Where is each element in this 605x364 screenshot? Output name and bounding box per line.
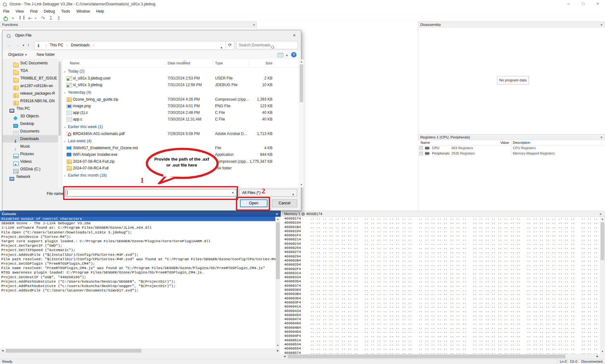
- step-out-icon[interactable]: ↥: [57, 15, 61, 22]
- file-group-header[interactable]: ⌄ Yesterday (4): [63, 89, 299, 96]
- scrollbar-thumb[interactable]: [58, 63, 61, 136]
- file-row[interactable]: sl_si91x 3.jdebug.user 7/31/2024 2:53 PM…: [63, 75, 299, 82]
- organize-button[interactable]: Organize ▼: [8, 52, 27, 57]
- chevron-down-icon[interactable]: ▼: [22, 44, 25, 47]
- chevron-down-icon[interactable]: ▼: [285, 54, 288, 57]
- expand-icon[interactable]: +: [419, 146, 423, 150]
- menu-window[interactable]: Window: [73, 8, 93, 15]
- registers-col-description[interactable]: Description: [513, 141, 530, 144]
- menu-debug[interactable]: Debug: [40, 8, 58, 15]
- scroll-up-icon[interactable]: ▲: [275, 217, 280, 222]
- file-group-header[interactable]: ⌄ Last week (4): [63, 137, 299, 145]
- close-icon[interactable]: ×: [599, 22, 604, 28]
- sidebar-item-this-pc[interactable]: This PC: [3, 105, 58, 112]
- search-input[interactable]: Search Downloads: [236, 41, 298, 49]
- close-icon[interactable]: ×: [599, 135, 604, 140]
- scroll-down-icon[interactable]: ▼: [275, 343, 280, 348]
- scrollbar-thumb[interactable]: [6, 349, 141, 353]
- close-icon[interactable]: ×: [598, 211, 603, 217]
- reset-icon[interactable]: ⇤: [28, 15, 32, 22]
- forward-icon[interactable]: →: [15, 42, 20, 48]
- column-size[interactable]: Size: [251, 61, 273, 65]
- file-row[interactable]: Ozone_bring_up_guide.zip 7/30/2024 4:26 …: [63, 96, 299, 103]
- maximize-button[interactable]: □: [578, 0, 589, 8]
- sidebar-item-soc-documents[interactable]: SoC Documents: [3, 59, 58, 67]
- menu-tools[interactable]: Tools: [58, 8, 73, 15]
- chevron-down-icon[interactable]: ▼: [11, 15, 14, 22]
- column-divider[interactable]: [165, 60, 165, 66]
- scrollbar-thumb[interactable]: [300, 64, 303, 102]
- close-button[interactable]: ×: [592, 0, 603, 8]
- expand-icon[interactable]: +: [419, 152, 423, 155]
- file-row[interactable]: sl_si91x 3.jdebug 7/31/2024 12:59 PM JDE…: [63, 82, 299, 88]
- registers-col-value[interactable]: Value: [418, 141, 509, 144]
- scroll-left-icon[interactable]: ◀: [282, 354, 287, 359]
- memory-panel-header[interactable]: Memory 1 @ 46008174 ×: [282, 211, 605, 217]
- column-divider[interactable]: [274, 60, 274, 66]
- breadcrumb-downloads[interactable]: Downloads: [71, 43, 90, 47]
- column-date-modified[interactable]: Date modified: [168, 61, 190, 65]
- memory-horizontal-scrollbar[interactable]: ◀ ▶: [282, 354, 600, 359]
- column-type[interactable]: Type: [215, 61, 223, 65]
- menu-find[interactable]: Find: [27, 8, 40, 15]
- view-mode-icon[interactable]: [278, 53, 283, 57]
- scroll-down-icon[interactable]: ▼: [600, 349, 605, 354]
- chevron-down-icon[interactable]: ▼: [34, 15, 37, 22]
- menu-view[interactable]: View: [12, 8, 27, 15]
- scrollbar-thumb[interactable]: [601, 222, 604, 260]
- minimize-button[interactable]: –: [563, 0, 574, 8]
- memory-vertical-scrollbar[interactable]: ▲ ▼: [600, 217, 605, 354]
- breadcrumb[interactable]: › This PC › Downloads › ▼: [34, 41, 226, 50]
- console-horizontal-scrollbar[interactable]: ◀ ▶: [0, 348, 280, 353]
- sidebar-item-desktop[interactable]: Desktop: [3, 120, 58, 127]
- scroll-up-icon[interactable]: ▲: [299, 59, 304, 64]
- sidebar-item-3d-objects[interactable]: 3D Objects: [3, 112, 58, 120]
- scrollbar-thumb[interactable]: [288, 355, 566, 358]
- new-folder-button[interactable]: New folder: [37, 52, 55, 57]
- scroll-up-icon[interactable]: ▲: [600, 217, 605, 222]
- menu-file[interactable]: File: [0, 8, 12, 15]
- cancel-button[interactable]: Cancel: [272, 199, 297, 207]
- file-group-header[interactable]: ⌄ Earlier this week (1): [63, 123, 299, 131]
- refresh-button[interactable]: ⟳: [225, 41, 234, 50]
- power-button-icon[interactable]: [3, 16, 8, 21]
- sidebar-item-downloads[interactable]: Downloads: [3, 135, 58, 143]
- sidebar-item-release-packages-r[interactable]: release_packages-R: [3, 90, 58, 97]
- console-vertical-scrollbar[interactable]: ▲ ▼: [275, 217, 280, 348]
- file-group-header[interactable]: ⌄ Today (2): [63, 68, 299, 75]
- memory-view[interactable]: 46008174.. .. .. .. .. .. .. .. .. .. ..…: [282, 217, 600, 354]
- sidebar-item-documents[interactable]: Documents: [3, 127, 58, 135]
- sidebar-item-trimble-bt-issue[interactable]: TRIMBLE_BT_ISSUE: [3, 74, 58, 82]
- console-output[interactable]: Disabled output of control charactersSEG…: [0, 217, 275, 348]
- column-divider[interactable]: [213, 60, 213, 66]
- sidebar-item-pictures[interactable]: Pictures: [3, 150, 58, 158]
- back-icon[interactable]: ←: [7, 42, 12, 48]
- scroll-down-icon[interactable]: ▼: [299, 182, 304, 187]
- step-into-icon[interactable]: ↧: [49, 15, 53, 22]
- sidebar-item-music[interactable]: Music: [3, 143, 58, 150]
- register-row[interactable]: + CPU 663 Registers CPU Registers: [418, 145, 605, 151]
- console-panel-header[interactable]: Console ×: [0, 211, 281, 217]
- close-icon[interactable]: ×: [251, 22, 256, 28]
- file-row[interactable]: image.png 7/30/2024 4:01 PM PNG File 123…: [63, 103, 299, 109]
- register-row[interactable]: + Peripherals 2535 Registers Memory-Mapp…: [418, 151, 605, 156]
- scroll-left-icon[interactable]: ◀: [0, 348, 5, 353]
- close-icon[interactable]: ×: [274, 211, 279, 217]
- sidebar-item-videos[interactable]: Videos: [3, 158, 58, 165]
- file-row[interactable]: app.c 7/30/2024 11:31 AM C File 40 KB: [63, 116, 299, 123]
- sidebar-item-network[interactable]: Network: [3, 173, 58, 180]
- file-row[interactable]: BRD4340A-A01-schematic.pdf 7/29/2024 5:0…: [63, 131, 299, 137]
- sidebar-item-osdisk-c-[interactable]: OSDisk (C:): [3, 165, 58, 173]
- file-row[interactable]: app (1).c 7/30/2024 2:48 PM C File 40 KB: [63, 109, 299, 116]
- step-over-icon[interactable]: ↷: [41, 15, 45, 22]
- scroll-right-icon[interactable]: ▶: [595, 354, 600, 359]
- column-divider[interactable]: [249, 60, 249, 66]
- up-icon[interactable]: ↑: [27, 42, 30, 48]
- sidebar-item-an1287-rs9116n-wi-[interactable]: an1287-rs9116n-wi-: [3, 82, 58, 90]
- menu-help[interactable]: Help: [93, 8, 107, 15]
- file-list-scrollbar[interactable]: ▲ ▼: [299, 59, 304, 187]
- sidebar-item-toa[interactable]: TOA: [3, 67, 58, 74]
- column-name[interactable]: Name: [70, 61, 80, 65]
- close-icon[interactable]: ×: [290, 32, 299, 39]
- help-icon[interactable]: ?: [291, 52, 297, 57]
